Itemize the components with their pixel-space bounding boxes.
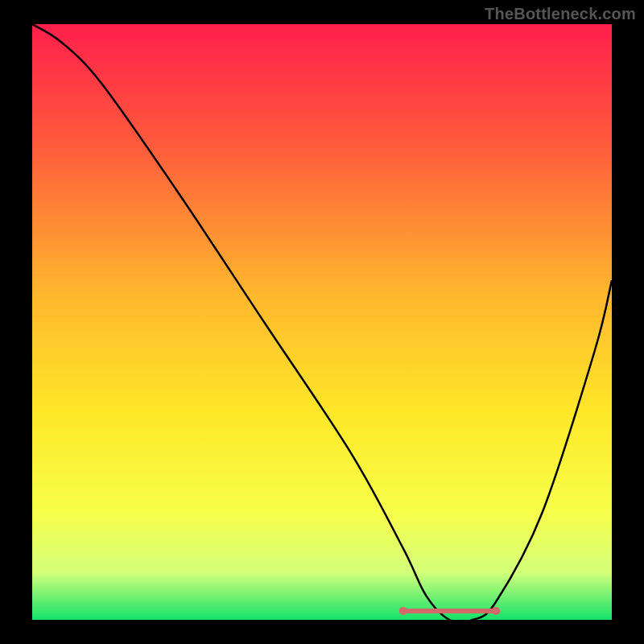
chart-container: TheBottleneck.com [0,0,644,644]
svg-point-2 [492,607,500,615]
svg-point-1 [399,607,407,615]
watermark-label: TheBottleneck.com [485,5,636,23]
plot-area [32,24,612,620]
gradient-background [32,24,612,620]
chart-svg [32,24,612,620]
